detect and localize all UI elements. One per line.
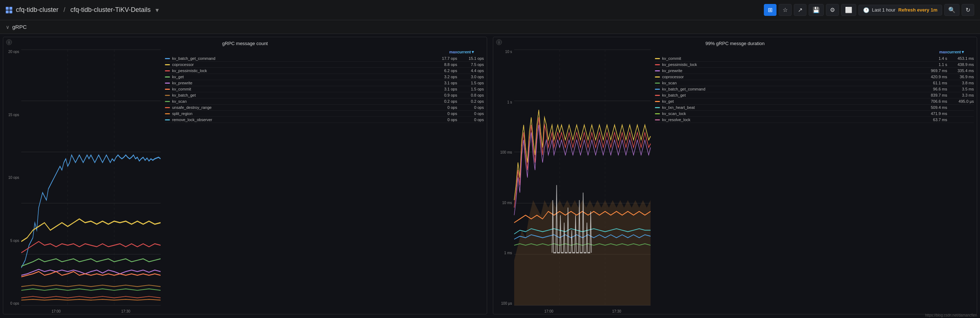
legend-color-right-5 <box>655 89 660 90</box>
topbar-right: ⊞ ☆ ↗ 💾 ⚙ ⬜ 🕐 Last 1 hour Refresh every … <box>764 4 974 16</box>
legend-row-left-6[interactable]: kv_batch_get 0.9 ops 0.8 ops <box>165 92 484 98</box>
legend-row-left-9[interactable]: split_region 0 ops 0 ops <box>165 111 484 117</box>
legend-color-left-8 <box>165 107 170 108</box>
gear-icon: ⚙ <box>830 6 835 13</box>
breadcrumb-cluster[interactable]: cfq-tidb-cluster <box>16 6 59 14</box>
star-button[interactable]: ☆ <box>779 4 792 16</box>
legend-label-left-10: remove_lock_observer <box>172 117 431 122</box>
screen-button[interactable]: ⬜ <box>841 4 856 16</box>
legend-max-left-5: 3.1 ops <box>433 87 457 91</box>
legend-row-right-3[interactable]: coprocessor 420.9 ms 36.9 ms <box>655 74 974 80</box>
legend-label-right-8: kv_txn_heart_beat <box>662 105 921 109</box>
chart-svg-right <box>514 50 651 305</box>
legend-color-right-7 <box>655 101 660 102</box>
legend-row-left-0[interactable]: kv_batch_get_command 17.7 ops 15.1 ops <box>165 55 484 62</box>
y-label-1ms: 1 ms <box>504 251 512 255</box>
legend-row-right-4[interactable]: kv_scan 61.1 ms 3.8 ms <box>655 80 974 86</box>
search-button[interactable]: 🔍 <box>944 4 959 16</box>
y-label-10ms: 10 ms <box>502 201 512 205</box>
legend-color-left-7 <box>165 101 170 102</box>
legend-row-left-8[interactable]: unsafe_destroy_range 0 ops 0 ops <box>165 104 484 111</box>
x-axis-right: 17:00 17:30 <box>515 309 651 313</box>
legend-row-right-7[interactable]: kv_get 706.6 ms 495.0 µs <box>655 98 974 104</box>
legend-row-right-10[interactable]: kv_resolve_lock 63.7 ms <box>655 117 974 123</box>
legend-label-right-4: kv_scan <box>662 81 921 85</box>
grafana-logo <box>6 7 12 13</box>
panel-info-right[interactable]: i <box>496 39 502 45</box>
panel-body-right: 10 s 1 s 100 ms 10 ms 1 ms 100 µs <box>493 48 977 314</box>
settings-button[interactable]: ⚙ <box>826 4 839 16</box>
share-button[interactable]: ↗ <box>794 4 807 16</box>
legend-max-right-8: 509.4 ms <box>923 105 947 109</box>
legend-table-left: max current▼ kv_batch_get_command 17.7 o… <box>162 48 487 314</box>
legend-label-right-6: kv_batch_get <box>662 93 921 97</box>
legend-row-left-3[interactable]: kv_get 3.2 ops 3.0 ops <box>165 74 484 80</box>
legend-max-right-10: 63.7 ms <box>923 117 947 122</box>
legend-color-left-2 <box>165 70 170 71</box>
legend-label-left-8: unsafe_destroy_range <box>172 105 431 109</box>
refresh-button[interactable]: ↻ <box>962 4 974 16</box>
legend-current-left-6: 0.8 ops <box>459 93 484 97</box>
legend-max-right-6: 839.7 ms <box>923 93 947 97</box>
legend-label-left-0: kv_batch_get_command <box>172 56 431 60</box>
legend-current-left-3: 3.0 ops <box>459 74 484 79</box>
breadcrumb-caret[interactable]: ▾ <box>156 6 159 14</box>
legend-max-left-0: 17.7 ops <box>433 56 457 60</box>
legend-color-left-1 <box>165 64 170 65</box>
y-label-0: 0 ops <box>11 301 19 305</box>
legend-color-right-1 <box>655 64 660 65</box>
legend-label-right-5: kv_batch_get_command <box>662 87 921 91</box>
section-chevron-icon[interactable]: ∨ <box>6 24 10 30</box>
y-label-100ms: 100 ms <box>500 150 512 154</box>
legend-current-header-left[interactable]: current▼ <box>457 50 482 54</box>
star-icon: ☆ <box>783 6 788 13</box>
save-icon: 💾 <box>813 6 820 13</box>
share-icon: ↗ <box>798 6 802 13</box>
y-label-1s: 1 s <box>508 100 512 104</box>
time-refresh-label: Refresh every 1m <box>899 7 937 13</box>
panel-title-right: 99% gRPC messge duration <box>493 37 977 48</box>
time-selector[interactable]: 🕐 Last 1 hour Refresh every 1m <box>858 5 942 16</box>
clock-icon: 🕐 <box>863 7 869 13</box>
time-last-label: Last 1 hour <box>872 7 896 13</box>
legend-color-right-8 <box>655 107 660 108</box>
x-label-1730: 17:30 <box>121 309 130 313</box>
save-button[interactable]: 💾 <box>808 4 824 16</box>
legend-label-left-3: kv_get <box>172 74 431 79</box>
legend-max-left-10: 0 ops <box>433 117 457 122</box>
legend-max-left-4: 3.1 ops <box>433 81 457 85</box>
legend-label-left-6: kv_batch_get <box>172 93 431 97</box>
legend-row-left-7[interactable]: kv_scan 0.2 ops 0.2 ops <box>165 98 484 104</box>
legend-row-right-2[interactable]: kv_prewrite 969.7 ms 335.4 ms <box>655 68 974 74</box>
legend-color-right-4 <box>655 82 660 84</box>
panel-title-left: gRPC message count <box>3 37 487 48</box>
legend-row-left-4[interactable]: kv_prewrite 3.1 ops 1.5 ops <box>165 80 484 86</box>
breadcrumb-separator: / <box>64 6 65 14</box>
legend-row-left-1[interactable]: coprocessor 8.8 ops 7.5 ops <box>165 62 484 68</box>
legend-row-right-9[interactable]: kv_scan_lock 471.9 ms <box>655 111 974 117</box>
legend-row-right-0[interactable]: kv_commit 1.4 s 453.1 ms <box>655 55 974 62</box>
legend-label-right-2: kv_prewrite <box>662 68 921 73</box>
legend-label-right-10: kv_resolve_lock <box>662 117 921 122</box>
legend-color-right-0 <box>655 58 660 59</box>
legend-color-right-6 <box>655 95 660 96</box>
legend-row-left-10[interactable]: remove_lock_observer 0 ops 0 ops <box>165 117 484 123</box>
legend-row-left-2[interactable]: kv_pessimistic_lock 6.2 ops 4.4 ops <box>165 68 484 74</box>
topbar-left: cfq-tidb-cluster / cfq-tidb-cluster-TiKV… <box>6 6 160 14</box>
legend-label-left-9: split_region <box>172 111 431 116</box>
legend-row-right-8[interactable]: kv_txn_heart_beat 509.4 ms <box>655 104 974 111</box>
legend-row-right-1[interactable]: kv_pessimistic_lock 1.1 s 438.9 ms <box>655 62 974 68</box>
legend-row-right-5[interactable]: kv_batch_get_command 96.6 ms 3.5 ms <box>655 86 974 92</box>
add-panel-button[interactable]: ⊞ <box>764 4 776 16</box>
panel-grpc-message-count: i gRPC message count <box>3 37 487 315</box>
breadcrumb-dashboard[interactable]: cfq-tidb-cluster-TiKV-Details <box>70 6 151 14</box>
legend-current-header-right[interactable]: current▼ <box>947 50 972 54</box>
legend-row-right-6[interactable]: kv_batch_get 839.7 ms 3.3 ms <box>655 92 974 98</box>
add-panel-icon: ⊞ <box>768 6 773 13</box>
topbar: cfq-tidb-cluster / cfq-tidb-cluster-TiKV… <box>0 0 980 20</box>
panel-info-left[interactable]: i <box>6 39 12 45</box>
chart-svg-left <box>21 50 161 305</box>
legend-row-left-5[interactable]: kv_commit 3.1 ops 1.5 ops <box>165 86 484 92</box>
legend-current-right-1: 438.9 ms <box>949 62 974 67</box>
refresh-icon: ↻ <box>966 6 970 13</box>
